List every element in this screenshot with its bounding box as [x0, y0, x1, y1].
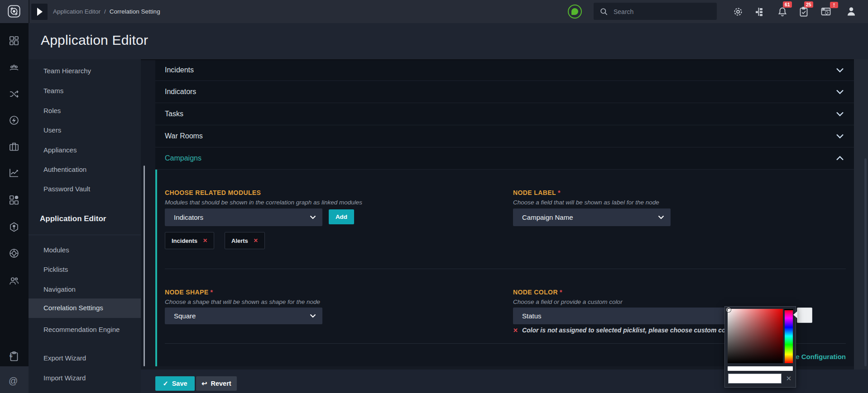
chip-remove-icon[interactable]: ✕ [254, 237, 258, 244]
chip-label: Alerts [231, 237, 248, 244]
color-hex-input[interactable] [728, 374, 782, 384]
user-icon[interactable] [846, 6, 857, 17]
chart-icon[interactable] [9, 167, 19, 178]
at-icon[interactable]: @ [9, 376, 18, 386]
sidebar-item-picklists[interactable]: Picklists [43, 265, 68, 273]
sidebar-item-recommendation-engine[interactable]: Recommendation Engine [43, 325, 120, 334]
node-color-hint: Choose a field or provide a custom color [513, 298, 623, 305]
sidebar-item-authentication[interactable]: Authentication [43, 166, 86, 173]
sidebar-item-roles[interactable]: Roles [43, 107, 61, 114]
accordion-row-campaigns[interactable]: Campaigns [155, 147, 854, 170]
hue-marker[interactable] [784, 309, 793, 310]
custom-color-swatch[interactable] [797, 308, 812, 323]
sidebar-scrollbar-thumb[interactable] [144, 166, 145, 366]
sidebar-item-export-wizard[interactable]: Export Wizard [43, 354, 86, 362]
people-icon[interactable] [9, 275, 19, 286]
sidebar-item-teams[interactable]: Teams [43, 87, 63, 95]
sidebar-item-correlation-settings[interactable]: Correlation Settings [29, 298, 141, 318]
revert-label: Revert [211, 380, 231, 387]
accordion-row-tasks[interactable]: Tasks [155, 103, 854, 125]
breadcrumb-current: Correlation Setting [110, 8, 160, 15]
node-color-label: NODE COLOR* [513, 289, 562, 296]
search-input[interactable] [613, 3, 714, 21]
sidebar-item-team-hierarchy[interactable]: Team Hierarchy [43, 67, 91, 75]
hexagon-pin-icon[interactable] [9, 222, 19, 232]
chevron-down-icon[interactable] [836, 133, 844, 139]
chip-alerts[interactable]: Alerts ✕ [225, 232, 265, 249]
accordion-row-incidents[interactable]: Incidents [155, 60, 854, 81]
briefcase-icon[interactable] [9, 141, 19, 152]
revert-button[interactable]: ↩ Revert [196, 376, 237, 391]
sitemap-icon[interactable] [754, 6, 765, 17]
sidebar-section-header: Application Editor [40, 214, 106, 223]
node-label-dropdown[interactable]: Campaign Name [513, 208, 671, 226]
sidebar-item-password-vault[interactable]: Password Vault [43, 185, 90, 193]
breadcrumb-parent[interactable]: Application Editor [53, 8, 101, 15]
related-modules-dropdown[interactable]: Indicators [165, 208, 322, 226]
chevron-up-icon[interactable] [836, 156, 844, 161]
divider [29, 235, 141, 235]
breadcrumb-separator: / [104, 8, 106, 15]
configuration-link[interactable]: e Configuration [796, 353, 846, 360]
chevron-down-icon[interactable] [836, 67, 844, 73]
accordion-label: Indicators [165, 88, 196, 96]
health-blob [571, 8, 578, 15]
color-picker-popup: ✕ [724, 306, 796, 388]
sidebar-item-label: Correlation Settings [43, 304, 103, 312]
bell-icon[interactable] [777, 6, 788, 17]
sidebar-item-modules[interactable]: Modules [43, 246, 69, 254]
dropdown-value: Status [522, 308, 542, 324]
lifebuoy-icon[interactable] [9, 248, 19, 259]
alpha-slider[interactable] [728, 366, 793, 371]
search-icon [599, 7, 608, 16]
sidebar-expand-button[interactable] [31, 4, 48, 20]
chevron-down-icon [310, 314, 316, 318]
gear-icon[interactable] [733, 6, 743, 17]
chip-remove-icon[interactable]: ✕ [203, 237, 207, 244]
saturation-area[interactable] [728, 309, 783, 363]
save-label: Save [172, 380, 187, 387]
logo-target-icon [7, 4, 21, 19]
widgets-icon[interactable] [9, 194, 19, 205]
dropdown-value: Square [174, 308, 196, 324]
sidebar-item-import-wizard[interactable]: Import Wizard [43, 374, 86, 382]
chevron-down-icon[interactable] [836, 111, 844, 117]
notifications-badge: 61 [783, 1, 792, 8]
sidebar-item-users[interactable]: Users [43, 126, 61, 134]
accordion-label: War Rooms [165, 132, 203, 140]
node-color-error: ✕ Color is not assigned to selected pick… [513, 327, 735, 334]
queues-icon[interactable] [9, 62, 19, 73]
saturation-marker[interactable] [726, 308, 731, 312]
dropdown-value: Campaign Name [522, 208, 573, 226]
check-icon: ✓ [163, 380, 168, 387]
accordion-row-indicators[interactable]: Indicators [155, 81, 854, 103]
dashboard-icon[interactable] [9, 35, 19, 46]
related-modules-label: CHOOSE RELATED MODULES [165, 189, 261, 196]
sidebar-item-navigation[interactable]: Navigation [43, 285, 76, 293]
system-health-icon[interactable] [568, 5, 582, 19]
node-shape-hint: Choose a shape that will be shown as sha… [165, 298, 320, 305]
settings-sidebar: Team Hierarchy Teams Roles Users Applian… [29, 59, 141, 393]
picker-arrow [793, 311, 797, 318]
title-bar: Application Editor [29, 23, 868, 60]
accordion-row-war-rooms[interactable]: War Rooms [155, 125, 854, 147]
clear-color-icon[interactable]: ✕ [784, 374, 793, 383]
add-button[interactable]: Add [329, 209, 354, 224]
shuffle-icon[interactable] [9, 89, 19, 99]
chevron-down-icon [310, 215, 316, 219]
chevron-down-icon[interactable] [836, 89, 844, 95]
page-scrollbar-thumb[interactable] [864, 158, 867, 366]
clipboard-check-icon[interactable] [798, 6, 809, 17]
divider [29, 0, 29, 23]
bolt-icon[interactable] [9, 115, 19, 126]
window-gear-icon[interactable] [820, 6, 831, 17]
save-button[interactable]: ✓ Save [155, 376, 195, 391]
revert-arrow-icon: ↩ [201, 380, 207, 387]
chevron-down-icon [658, 215, 664, 219]
chip-incidents[interactable]: Incidents ✕ [165, 232, 214, 249]
sidebar-item-appliances[interactable]: Appliances [43, 146, 77, 154]
top-bar: Application Editor / Correlation Setting [0, 0, 868, 24]
hue-slider[interactable] [785, 309, 793, 363]
node-label-label: NODE LABEL* [513, 189, 561, 196]
node-shape-dropdown[interactable]: Square [165, 308, 322, 324]
